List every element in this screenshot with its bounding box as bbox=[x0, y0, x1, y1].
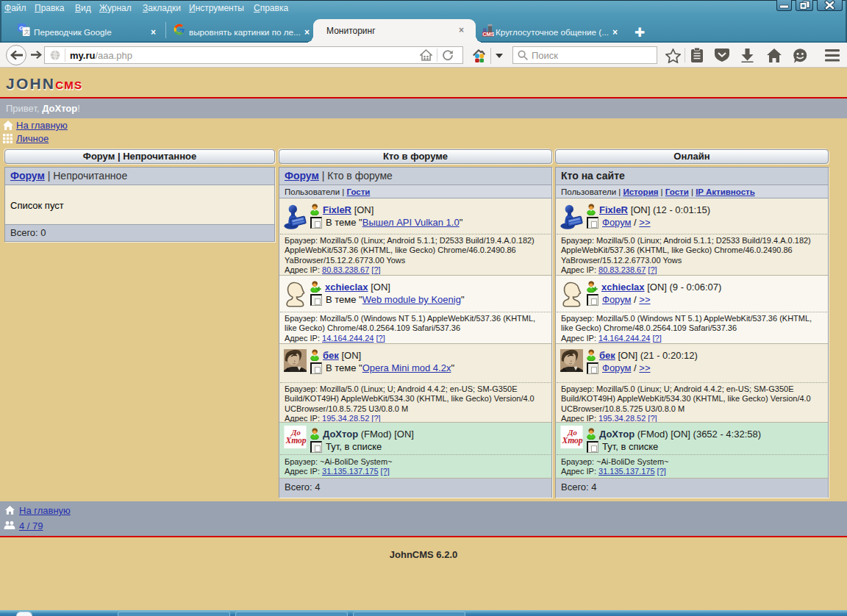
svg-text:CMS: CMS bbox=[482, 31, 494, 37]
svg-text:文: 文 bbox=[24, 29, 30, 35]
